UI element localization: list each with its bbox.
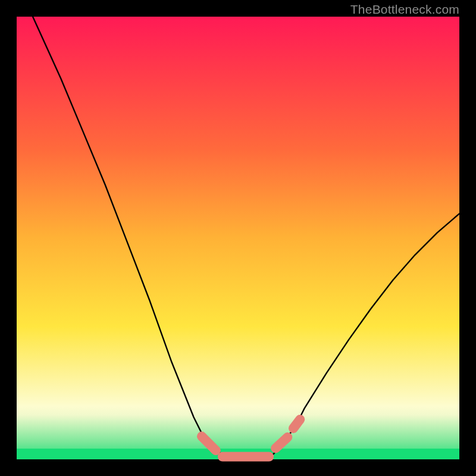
marker-group xyxy=(202,419,300,457)
bottleneck-curve xyxy=(17,0,459,459)
trough-marker-2 xyxy=(275,437,287,449)
trough-marker-3 xyxy=(293,419,300,428)
trough-marker-0 xyxy=(202,436,216,450)
watermark-text: TheBottleneck.com xyxy=(350,2,459,17)
plot-area xyxy=(17,17,459,459)
chart-stage: TheBottleneck.com xyxy=(0,0,476,476)
curve-svg xyxy=(17,17,459,459)
